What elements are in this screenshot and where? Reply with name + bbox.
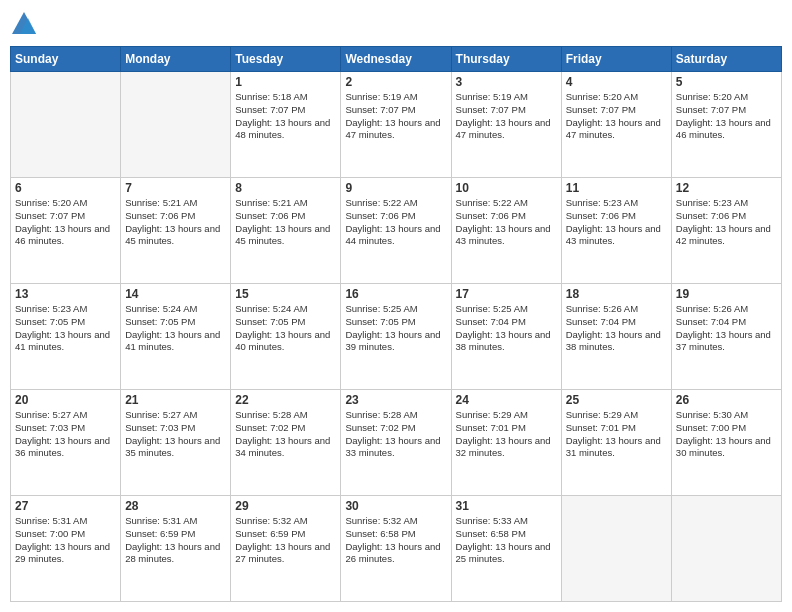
day-number: 30 (345, 499, 446, 513)
day-detail: Sunrise: 5:23 AMSunset: 7:06 PMDaylight:… (676, 197, 777, 248)
day-number: 22 (235, 393, 336, 407)
day-number: 28 (125, 499, 226, 513)
calendar-cell: 4Sunrise: 5:20 AMSunset: 7:07 PMDaylight… (561, 72, 671, 178)
day-detail: Sunrise: 5:28 AMSunset: 7:02 PMDaylight:… (345, 409, 446, 460)
day-detail: Sunrise: 5:25 AMSunset: 7:05 PMDaylight:… (345, 303, 446, 354)
day-detail: Sunrise: 5:20 AMSunset: 7:07 PMDaylight:… (15, 197, 116, 248)
day-detail: Sunrise: 5:25 AMSunset: 7:04 PMDaylight:… (456, 303, 557, 354)
day-number: 18 (566, 287, 667, 301)
calendar-week: 1Sunrise: 5:18 AMSunset: 7:07 PMDaylight… (11, 72, 782, 178)
day-detail: Sunrise: 5:22 AMSunset: 7:06 PMDaylight:… (456, 197, 557, 248)
calendar: SundayMondayTuesdayWednesdayThursdayFrid… (10, 46, 782, 602)
day-detail: Sunrise: 5:32 AMSunset: 6:58 PMDaylight:… (345, 515, 446, 566)
day-number: 19 (676, 287, 777, 301)
page: SundayMondayTuesdayWednesdayThursdayFrid… (0, 0, 792, 612)
day-number: 31 (456, 499, 557, 513)
day-detail: Sunrise: 5:27 AMSunset: 7:03 PMDaylight:… (15, 409, 116, 460)
calendar-cell: 25Sunrise: 5:29 AMSunset: 7:01 PMDayligh… (561, 390, 671, 496)
day-number: 12 (676, 181, 777, 195)
calendar-cell: 28Sunrise: 5:31 AMSunset: 6:59 PMDayligh… (121, 496, 231, 602)
day-number: 13 (15, 287, 116, 301)
day-detail: Sunrise: 5:33 AMSunset: 6:58 PMDaylight:… (456, 515, 557, 566)
day-detail: Sunrise: 5:21 AMSunset: 7:06 PMDaylight:… (125, 197, 226, 248)
calendar-cell: 8Sunrise: 5:21 AMSunset: 7:06 PMDaylight… (231, 178, 341, 284)
calendar-week: 6Sunrise: 5:20 AMSunset: 7:07 PMDaylight… (11, 178, 782, 284)
day-number: 5 (676, 75, 777, 89)
calendar-week: 20Sunrise: 5:27 AMSunset: 7:03 PMDayligh… (11, 390, 782, 496)
day-number: 8 (235, 181, 336, 195)
logo-icon (10, 10, 38, 38)
day-number: 26 (676, 393, 777, 407)
day-number: 2 (345, 75, 446, 89)
day-detail: Sunrise: 5:26 AMSunset: 7:04 PMDaylight:… (566, 303, 667, 354)
calendar-cell (671, 496, 781, 602)
logo (10, 10, 42, 38)
day-detail: Sunrise: 5:26 AMSunset: 7:04 PMDaylight:… (676, 303, 777, 354)
day-detail: Sunrise: 5:29 AMSunset: 7:01 PMDaylight:… (566, 409, 667, 460)
header (10, 10, 782, 38)
day-detail: Sunrise: 5:18 AMSunset: 7:07 PMDaylight:… (235, 91, 336, 142)
day-number: 20 (15, 393, 116, 407)
day-detail: Sunrise: 5:23 AMSunset: 7:05 PMDaylight:… (15, 303, 116, 354)
day-number: 24 (456, 393, 557, 407)
calendar-cell: 26Sunrise: 5:30 AMSunset: 7:00 PMDayligh… (671, 390, 781, 496)
calendar-cell: 31Sunrise: 5:33 AMSunset: 6:58 PMDayligh… (451, 496, 561, 602)
calendar-cell: 22Sunrise: 5:28 AMSunset: 7:02 PMDayligh… (231, 390, 341, 496)
calendar-cell: 11Sunrise: 5:23 AMSunset: 7:06 PMDayligh… (561, 178, 671, 284)
calendar-cell: 2Sunrise: 5:19 AMSunset: 7:07 PMDaylight… (341, 72, 451, 178)
day-detail: Sunrise: 5:19 AMSunset: 7:07 PMDaylight:… (456, 91, 557, 142)
weekday-header: Tuesday (231, 47, 341, 72)
day-detail: Sunrise: 5:31 AMSunset: 6:59 PMDaylight:… (125, 515, 226, 566)
day-detail: Sunrise: 5:28 AMSunset: 7:02 PMDaylight:… (235, 409, 336, 460)
day-detail: Sunrise: 5:20 AMSunset: 7:07 PMDaylight:… (676, 91, 777, 142)
day-number: 3 (456, 75, 557, 89)
day-number: 6 (15, 181, 116, 195)
weekday-header: Monday (121, 47, 231, 72)
calendar-cell: 12Sunrise: 5:23 AMSunset: 7:06 PMDayligh… (671, 178, 781, 284)
calendar-cell: 23Sunrise: 5:28 AMSunset: 7:02 PMDayligh… (341, 390, 451, 496)
day-number: 25 (566, 393, 667, 407)
calendar-cell: 13Sunrise: 5:23 AMSunset: 7:05 PMDayligh… (11, 284, 121, 390)
day-detail: Sunrise: 5:31 AMSunset: 7:00 PMDaylight:… (15, 515, 116, 566)
calendar-cell: 1Sunrise: 5:18 AMSunset: 7:07 PMDaylight… (231, 72, 341, 178)
day-number: 29 (235, 499, 336, 513)
weekday-header: Wednesday (341, 47, 451, 72)
calendar-week: 27Sunrise: 5:31 AMSunset: 7:00 PMDayligh… (11, 496, 782, 602)
day-detail: Sunrise: 5:19 AMSunset: 7:07 PMDaylight:… (345, 91, 446, 142)
day-detail: Sunrise: 5:21 AMSunset: 7:06 PMDaylight:… (235, 197, 336, 248)
calendar-week: 13Sunrise: 5:23 AMSunset: 7:05 PMDayligh… (11, 284, 782, 390)
calendar-cell: 14Sunrise: 5:24 AMSunset: 7:05 PMDayligh… (121, 284, 231, 390)
day-number: 9 (345, 181, 446, 195)
calendar-cell: 10Sunrise: 5:22 AMSunset: 7:06 PMDayligh… (451, 178, 561, 284)
day-detail: Sunrise: 5:24 AMSunset: 7:05 PMDaylight:… (235, 303, 336, 354)
calendar-cell: 16Sunrise: 5:25 AMSunset: 7:05 PMDayligh… (341, 284, 451, 390)
day-number: 14 (125, 287, 226, 301)
day-number: 16 (345, 287, 446, 301)
calendar-cell: 3Sunrise: 5:19 AMSunset: 7:07 PMDaylight… (451, 72, 561, 178)
day-detail: Sunrise: 5:32 AMSunset: 6:59 PMDaylight:… (235, 515, 336, 566)
calendar-cell: 20Sunrise: 5:27 AMSunset: 7:03 PMDayligh… (11, 390, 121, 496)
day-number: 7 (125, 181, 226, 195)
day-detail: Sunrise: 5:24 AMSunset: 7:05 PMDaylight:… (125, 303, 226, 354)
calendar-cell: 27Sunrise: 5:31 AMSunset: 7:00 PMDayligh… (11, 496, 121, 602)
day-number: 17 (456, 287, 557, 301)
day-number: 23 (345, 393, 446, 407)
calendar-cell: 29Sunrise: 5:32 AMSunset: 6:59 PMDayligh… (231, 496, 341, 602)
day-number: 15 (235, 287, 336, 301)
calendar-cell: 19Sunrise: 5:26 AMSunset: 7:04 PMDayligh… (671, 284, 781, 390)
calendar-cell: 17Sunrise: 5:25 AMSunset: 7:04 PMDayligh… (451, 284, 561, 390)
weekday-header: Sunday (11, 47, 121, 72)
calendar-cell: 5Sunrise: 5:20 AMSunset: 7:07 PMDaylight… (671, 72, 781, 178)
weekday-header: Saturday (671, 47, 781, 72)
day-detail: Sunrise: 5:20 AMSunset: 7:07 PMDaylight:… (566, 91, 667, 142)
day-number: 27 (15, 499, 116, 513)
day-number: 1 (235, 75, 336, 89)
day-detail: Sunrise: 5:27 AMSunset: 7:03 PMDaylight:… (125, 409, 226, 460)
calendar-cell: 6Sunrise: 5:20 AMSunset: 7:07 PMDaylight… (11, 178, 121, 284)
day-detail: Sunrise: 5:29 AMSunset: 7:01 PMDaylight:… (456, 409, 557, 460)
calendar-cell: 9Sunrise: 5:22 AMSunset: 7:06 PMDaylight… (341, 178, 451, 284)
day-number: 4 (566, 75, 667, 89)
day-detail: Sunrise: 5:30 AMSunset: 7:00 PMDaylight:… (676, 409, 777, 460)
calendar-cell: 24Sunrise: 5:29 AMSunset: 7:01 PMDayligh… (451, 390, 561, 496)
day-number: 21 (125, 393, 226, 407)
